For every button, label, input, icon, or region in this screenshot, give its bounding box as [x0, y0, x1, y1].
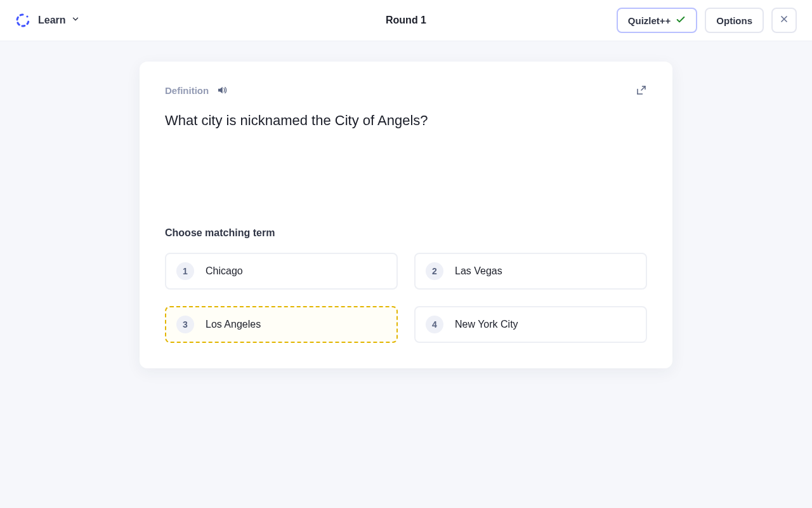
choice-text: Chicago [206, 265, 243, 277]
choice-key: 2 [426, 262, 443, 280]
choice-3[interactable]: 3 Los Angeles [165, 306, 398, 343]
choice-4[interactable]: 4 New York City [414, 306, 647, 343]
close-icon [779, 14, 789, 27]
options-label: Options [716, 15, 752, 26]
section-row: Definition [165, 84, 228, 96]
choice-text: Los Angeles [206, 319, 261, 330]
upgrade-label: Quizlet++ [628, 15, 671, 26]
instruction-text: Choose matching term [165, 227, 647, 239]
card-top-row: Definition [165, 84, 647, 96]
choice-key: 4 [426, 316, 443, 333]
app-header: Learn Round 1 Quizlet++ Options [0, 0, 812, 41]
header-right: Quizlet++ Options [617, 8, 797, 33]
mode-label: Learn [38, 15, 66, 26]
mode-dropdown[interactable]: Learn [38, 15, 80, 26]
expand-icon[interactable] [636, 84, 647, 96]
choice-text: Las Vegas [455, 265, 502, 277]
audio-icon[interactable] [216, 84, 228, 96]
stage: Definition What city is nicknamed the Ci… [0, 41, 812, 368]
choice-key: 1 [176, 262, 194, 280]
choice-2[interactable]: 2 Las Vegas [414, 253, 647, 290]
choice-1[interactable]: 1 Chicago [165, 253, 398, 290]
close-button[interactable] [771, 8, 797, 33]
upgrade-button[interactable]: Quizlet++ [617, 8, 698, 33]
choices-grid: 1 Chicago 2 Las Vegas 3 Los Angeles 4 Ne… [165, 253, 647, 343]
question-text: What city is nicknamed the City of Angel… [165, 111, 647, 131]
page-title: Round 1 [386, 15, 426, 26]
svg-point-0 [26, 15, 28, 17]
check-icon [676, 15, 686, 27]
chevron-down-icon [71, 15, 80, 26]
choice-text: New York City [455, 319, 518, 330]
choice-key: 3 [176, 316, 194, 333]
options-button[interactable]: Options [705, 8, 764, 33]
section-label: Definition [165, 85, 209, 96]
question-card: Definition What city is nicknamed the Ci… [140, 62, 672, 368]
brand-logo [15, 13, 30, 28]
header-left: Learn [15, 13, 80, 28]
